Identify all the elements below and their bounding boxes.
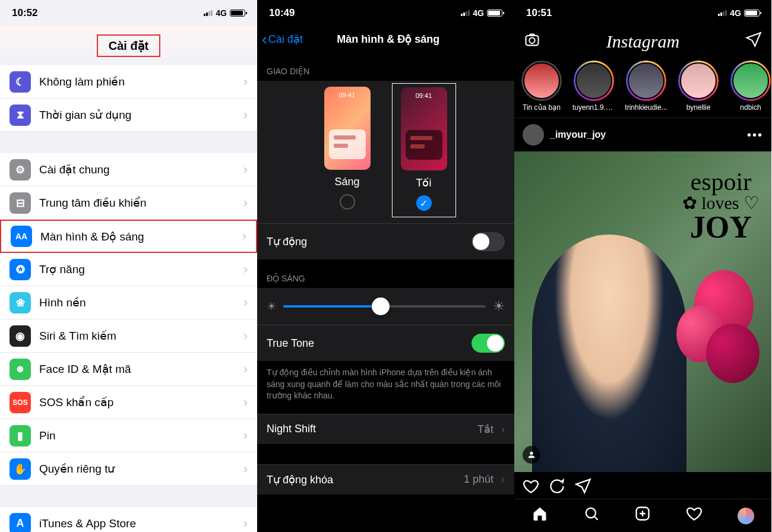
face-icon: ☻ — [10, 359, 31, 380]
row-label: Cài đặt chung — [39, 163, 243, 176]
row-do-not-disturb[interactable]: ☾ Không làm phiền › — [0, 65, 257, 99]
row-label: Face ID & Mật mã — [39, 362, 243, 376]
story-label: trinhkieudie... — [625, 103, 667, 112]
row-sos[interactable]: SOS SOS khẩn cấp › — [0, 386, 257, 419]
auto-lock-label: Tự động khóa — [267, 473, 333, 486]
appstore-icon: A — [10, 513, 31, 533]
tab-activity[interactable] — [686, 505, 703, 526]
network-label: 4G — [216, 8, 227, 18]
chevron-right-icon: › — [243, 74, 248, 90]
night-shift-value: Tắt — [477, 423, 493, 435]
share-icon[interactable] — [575, 478, 591, 499]
svg-point-2 — [530, 452, 533, 455]
status-right: 4G — [461, 8, 502, 18]
chevron-right-icon: › — [243, 162, 248, 178]
row-automatic[interactable]: Tự động — [257, 223, 514, 259]
row-control-center[interactable]: ⊟ Trung tâm điều khiển › — [0, 186, 257, 220]
camera-icon[interactable] — [524, 31, 540, 52]
brightness-slider-row: ☀ ☀ — [257, 288, 514, 325]
true-tone-footnote: Tự động điều chỉnh màn hình iPhone dựa t… — [257, 361, 514, 414]
tab-profile[interactable] — [738, 508, 754, 524]
post-username[interactable]: _imyour_joy — [550, 129, 741, 140]
row-auto-lock[interactable]: Tự động khóa 1 phút › — [257, 464, 514, 495]
row-label: Trợ năng — [39, 262, 243, 276]
auto-toggle[interactable] — [472, 232, 505, 251]
send-icon[interactable] — [745, 31, 762, 52]
chevron-right-icon: › — [242, 229, 246, 244]
tagged-people-icon[interactable] — [523, 446, 540, 464]
tab-bar — [514, 499, 771, 532]
appearance-light-option[interactable]: 09:41 Sáng — [324, 87, 371, 211]
signal-icon — [461, 10, 470, 16]
tab-search[interactable] — [583, 505, 600, 526]
tab-new-post[interactable] — [634, 505, 651, 526]
title-bar: Cài đặt — [0, 26, 257, 65]
toggle-icon: ⊟ — [10, 192, 31, 214]
stories-tray[interactable]: Tin của bạn tuyenn1.9.7.6 trinhkieudie..… — [514, 57, 771, 118]
story-your-story[interactable]: Tin của bạn — [520, 61, 563, 112]
settings-title: Cài đặt — [97, 34, 161, 57]
chevron-right-icon: › — [243, 428, 248, 444]
status-bar: 10:52 4G — [0, 0, 257, 26]
row-label: Không làm phiền — [39, 75, 243, 88]
row-wallpaper[interactable]: ❀ Hình nền › — [0, 286, 257, 319]
svg-point-3 — [586, 508, 596, 518]
story-item[interactable]: trinhkieudie... — [625, 61, 667, 112]
status-right: 4G — [718, 8, 760, 18]
chevron-left-icon: ‹ — [262, 30, 267, 49]
row-accessibility[interactable]: ✪ Trợ năng › — [0, 253, 257, 286]
row-label: Hình nền — [39, 296, 243, 309]
status-time: 10:49 — [269, 7, 295, 19]
post-avatar[interactable] — [523, 124, 544, 145]
radio-checked-icon[interactable] — [416, 195, 432, 211]
story-label: tuyenn1.9.7.6 — [572, 103, 615, 112]
chevron-right-icon: › — [243, 516, 248, 531]
nav-title: Màn hình & Độ sáng — [267, 33, 510, 46]
status-right: 4G — [204, 8, 245, 18]
auto-lock-value: 1 phút — [464, 473, 493, 485]
row-general[interactable]: ⚙ Cài đặt chung › — [0, 153, 257, 186]
row-battery[interactable]: ▮ Pin › — [0, 419, 257, 452]
battery-icon — [230, 10, 245, 17]
thumb-time: 09:41 — [401, 92, 447, 99]
chevron-right-icon: › — [243, 461, 248, 477]
brightness-slider[interactable] — [283, 305, 486, 308]
thumb-time: 09:41 — [324, 91, 371, 99]
row-display-brightness[interactable]: AA Màn hình & Độ sáng › — [0, 220, 257, 253]
more-icon[interactable]: ••• — [747, 128, 763, 142]
dark-thumbnail: 09:41 — [401, 87, 447, 170]
comment-icon[interactable] — [549, 478, 565, 499]
radio-unchecked-icon[interactable] — [340, 194, 355, 210]
gear-icon: ⚙ — [10, 159, 31, 180]
accessibility-icon: ✪ — [10, 259, 31, 280]
row-itunes[interactable]: A iTunes & App Store › — [0, 507, 257, 532]
dark-label: Tối — [401, 176, 447, 189]
tab-home[interactable] — [531, 505, 548, 526]
row-privacy[interactable]: ✋ Quyền riêng tư › — [0, 452, 257, 486]
appearance-dark-option[interactable]: 09:41 Tối — [392, 83, 456, 217]
row-true-tone[interactable]: True Tone — [257, 325, 514, 361]
instagram-screen: 10:51 4G Instagram Tin của bạn tu — [514, 0, 771, 532]
story-item[interactable]: bynellie — [677, 61, 720, 112]
signal-icon — [718, 10, 727, 16]
post-subject — [532, 235, 686, 472]
post-image[interactable]: espoir ✿ loves ♡ JOY — [514, 151, 771, 472]
chevron-right-icon: › — [243, 262, 248, 277]
text-size-icon: AA — [11, 226, 32, 247]
instagram-logo: Instagram — [606, 31, 679, 52]
like-icon[interactable] — [523, 478, 539, 499]
true-tone-toggle[interactable] — [472, 334, 505, 353]
network-label: 4G — [730, 8, 741, 18]
nav-bar: ‹ Cài đặt Màn hình & Độ sáng — [257, 26, 514, 52]
row-label: Pin — [39, 429, 243, 442]
slider-thumb[interactable] — [372, 297, 390, 315]
status-time: 10:52 — [12, 7, 37, 19]
row-faceid[interactable]: ☻ Face ID & Mật mã › — [0, 353, 257, 386]
row-screen-time[interactable]: ⧗ Thời gian sử dụng › — [0, 99, 257, 132]
row-label: Thời gian sử dụng — [39, 108, 243, 122]
story-item[interactable]: tuyenn1.9.7.6 — [572, 61, 615, 112]
row-label: Siri & Tìm kiếm — [39, 329, 243, 343]
story-item[interactable]: ndbich — [729, 61, 771, 112]
row-siri[interactable]: ◉ Siri & Tìm kiếm › — [0, 319, 257, 353]
row-night-shift[interactable]: Night Shift Tắt › — [257, 414, 514, 444]
